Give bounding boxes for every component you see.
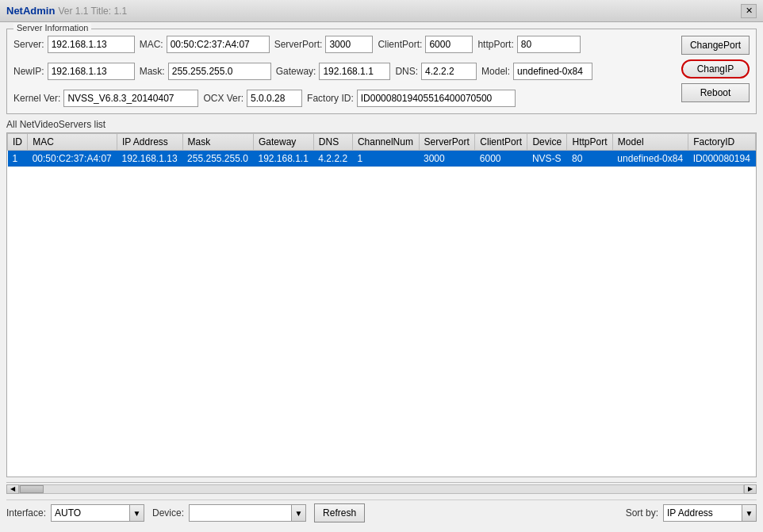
table-cell: 192.168.1.13 <box>117 151 182 167</box>
servers-table: ID MAC IP Address Mask Gateway DNS Chann… <box>7 133 756 167</box>
gateway-input[interactable] <box>319 63 390 80</box>
clientport-field-group: ClientPort: <box>378 36 473 53</box>
factoryid-input[interactable] <box>357 90 516 107</box>
close-icon: ✕ <box>746 6 753 16</box>
horizontal-scrollbar[interactable]: ◀ ▶ <box>6 482 757 495</box>
clientport-input[interactable] <box>425 36 473 53</box>
col-gateway: Gateway <box>253 134 313 151</box>
interface-dropdown-btn[interactable]: ▼ <box>130 504 144 522</box>
table-cell: 80 <box>567 151 612 167</box>
bottom-bar: Interface: AUTO ▼ Device: ▼ Refresh Sort… <box>6 499 757 526</box>
app-subtitle: Ver 1.1 Title: 1.1 <box>58 6 127 17</box>
scroll-right-button[interactable]: ▶ <box>744 484 757 494</box>
mac-input[interactable] <box>167 36 270 53</box>
col-serverport: ServerPort <box>419 134 475 151</box>
table-cell: 255.255.255.0 <box>182 151 253 167</box>
kernelver-input[interactable] <box>63 90 198 107</box>
col-clientport: ClientPort <box>475 134 527 151</box>
button-column: ChangePort ChangIP Reboot <box>681 36 750 107</box>
col-channelnum: ChannelNum <box>352 134 419 151</box>
mac-label: MAC: <box>140 39 163 50</box>
device-dropdown-btn[interactable]: ▼ <box>292 504 306 522</box>
table-header-row: ID MAC IP Address Mask Gateway DNS Chann… <box>8 134 756 151</box>
model-input[interactable] <box>513 63 592 80</box>
table-cell: 6000 <box>475 151 527 167</box>
interface-select-group: AUTO ▼ <box>51 504 144 522</box>
close-button[interactable]: ✕ <box>741 4 757 18</box>
mask-input[interactable] <box>168 63 271 80</box>
table-cell: NVS-S <box>527 151 567 167</box>
col-dns: DNS <box>313 134 352 151</box>
device-select-box[interactable] <box>189 504 292 522</box>
sortby-value: IP Address <box>667 507 713 519</box>
table-label: All NetVideoServers list <box>6 119 757 130</box>
httpport-label: httpPort: <box>477 39 513 50</box>
table-cell: 192.168.1.1 <box>253 151 313 167</box>
sortby-label: Sort by: <box>626 507 658 519</box>
mask-field-group: Mask: <box>140 63 271 80</box>
dns-field-group: DNS: <box>395 63 477 80</box>
httpport-input[interactable] <box>517 36 581 53</box>
table-cell: 3000 <box>419 151 475 167</box>
title-bar: NetAdmin Ver 1.1 Title: 1.1 ✕ <box>0 0 763 22</box>
sortby-select-group: IP Address ▼ <box>663 504 757 522</box>
table-container[interactable]: ID MAC IP Address Mask Gateway DNS Chann… <box>6 132 757 477</box>
newip-field-group: NewIP: <box>13 63 135 80</box>
serverport-label: ServerPort: <box>274 39 323 50</box>
changeport-button[interactable]: ChangePort <box>681 36 750 55</box>
changeip-button[interactable]: ChangIP <box>681 59 750 78</box>
group-label: Server Information <box>13 23 91 33</box>
server-info-group: Server Information Server: MAC: ServerPo… <box>6 29 757 114</box>
factoryid-field-group: Factory ID: <box>307 90 516 107</box>
server-row2: NewIP: Mask: Gateway: DNS: <box>13 63 675 80</box>
table-section: All NetVideoServers list ID MAC IP Addre… <box>6 119 757 477</box>
app-name: NetAdmin <box>6 5 55 17</box>
factoryid-label: Factory ID: <box>307 93 354 104</box>
device-select-group: ▼ <box>189 504 306 522</box>
col-device: Device <box>527 134 567 151</box>
table-cell: 00:50:C2:37:A4:07 <box>28 151 117 167</box>
reboot-button[interactable]: Reboot <box>681 83 750 102</box>
kernelver-field-group: Kernel Ver: <box>13 90 198 107</box>
table-cell: undefined-0x84 <box>612 151 688 167</box>
kernelver-label: Kernel Ver: <box>13 93 60 104</box>
refresh-button[interactable]: Refresh <box>314 503 365 522</box>
sortby-select-box[interactable]: IP Address <box>663 504 742 522</box>
table-cell: 1 <box>352 151 419 167</box>
server-ip-input[interactable] <box>48 36 135 53</box>
main-content: Server Information Server: MAC: ServerPo… <box>0 22 763 532</box>
col-ip: IP Address <box>117 134 182 151</box>
scroll-track[interactable] <box>19 484 744 494</box>
model-label: Model: <box>481 66 510 77</box>
scroll-left-button[interactable]: ◀ <box>6 484 19 494</box>
httpport-field-group: httpPort: <box>477 36 580 53</box>
col-mac: MAC <box>28 134 117 151</box>
ocxver-input[interactable] <box>247 90 302 107</box>
col-factoryid: FactoryID <box>688 134 756 151</box>
col-model: Model <box>612 134 688 151</box>
dns-input[interactable] <box>421 63 477 80</box>
newip-input[interactable] <box>48 63 135 80</box>
mask-label: Mask: <box>140 66 165 77</box>
sortby-field-group: Sort by: IP Address ▼ <box>626 504 757 522</box>
ocxver-field-group: OCX Ver: <box>203 90 302 107</box>
table-row[interactable]: 100:50:C2:37:A4:07192.168.1.13255.255.25… <box>8 151 756 167</box>
interface-select-box[interactable]: AUTO <box>51 504 130 522</box>
scroll-thumb[interactable] <box>20 485 44 493</box>
col-id: ID <box>8 134 28 151</box>
table-cell: 1 <box>8 151 28 167</box>
table-body: 100:50:C2:37:A4:07192.168.1.13255.255.25… <box>8 151 756 167</box>
serverport-input[interactable] <box>325 36 373 53</box>
newip-label: NewIP: <box>13 66 44 77</box>
device-field-group: Device: ▼ <box>152 504 306 522</box>
table-cell: 4.2.2.2 <box>313 151 352 167</box>
server-row1: Server: MAC: ServerPort: ClientPort: <box>13 36 675 53</box>
server-field-group: Server: <box>13 36 135 53</box>
title-bar-left: NetAdmin Ver 1.1 Title: 1.1 <box>6 5 127 17</box>
sortby-dropdown-btn[interactable]: ▼ <box>742 504 757 522</box>
server-row3: Kernel Ver: OCX Ver: Factory ID: <box>13 90 675 107</box>
clientport-label: ClientPort: <box>378 39 422 50</box>
serverport-field-group: ServerPort: <box>274 36 374 53</box>
interface-value: AUTO <box>55 507 81 519</box>
server-label: Server: <box>13 39 44 50</box>
